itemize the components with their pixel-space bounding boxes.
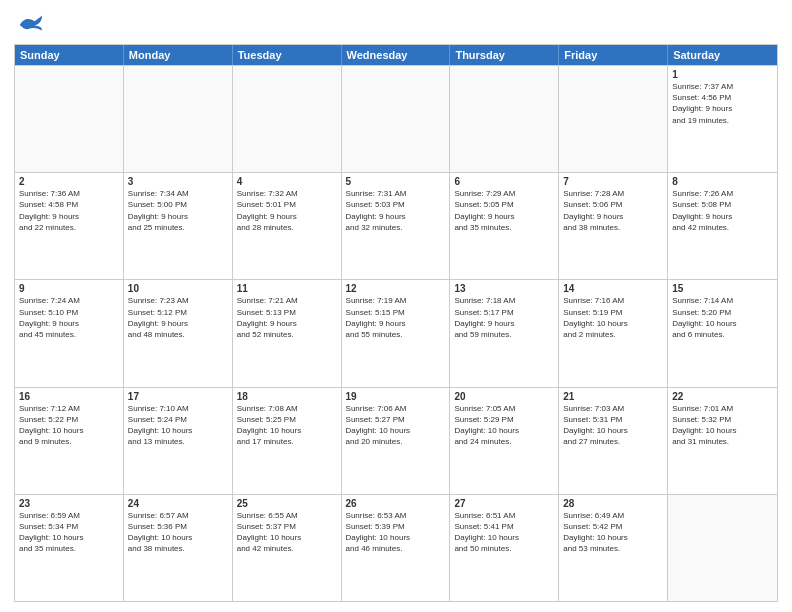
- calendar-header: SundayMondayTuesdayWednesdayThursdayFrid…: [15, 45, 777, 65]
- day-number: 25: [237, 498, 337, 509]
- day-info: Sunrise: 7:16 AM Sunset: 5:19 PM Dayligh…: [563, 295, 663, 340]
- calendar-day-cell: 17Sunrise: 7:10 AM Sunset: 5:24 PM Dayli…: [124, 388, 233, 494]
- day-number: 23: [19, 498, 119, 509]
- calendar-week-row: 9Sunrise: 7:24 AM Sunset: 5:10 PM Daylig…: [15, 279, 777, 386]
- calendar-week-row: 2Sunrise: 7:36 AM Sunset: 4:58 PM Daylig…: [15, 172, 777, 279]
- day-number: 2: [19, 176, 119, 187]
- day-info: Sunrise: 7:21 AM Sunset: 5:13 PM Dayligh…: [237, 295, 337, 340]
- day-info: Sunrise: 7:37 AM Sunset: 4:56 PM Dayligh…: [672, 81, 773, 126]
- calendar-day-cell: 9Sunrise: 7:24 AM Sunset: 5:10 PM Daylig…: [15, 280, 124, 386]
- day-info: Sunrise: 7:24 AM Sunset: 5:10 PM Dayligh…: [19, 295, 119, 340]
- empty-day-cell: [450, 66, 559, 172]
- calendar-day-cell: 2Sunrise: 7:36 AM Sunset: 4:58 PM Daylig…: [15, 173, 124, 279]
- day-info: Sunrise: 7:05 AM Sunset: 5:29 PM Dayligh…: [454, 403, 554, 448]
- day-info: Sunrise: 7:32 AM Sunset: 5:01 PM Dayligh…: [237, 188, 337, 233]
- calendar-day-cell: 10Sunrise: 7:23 AM Sunset: 5:12 PM Dayli…: [124, 280, 233, 386]
- day-info: Sunrise: 7:28 AM Sunset: 5:06 PM Dayligh…: [563, 188, 663, 233]
- day-info: Sunrise: 7:36 AM Sunset: 4:58 PM Dayligh…: [19, 188, 119, 233]
- day-number: 6: [454, 176, 554, 187]
- calendar-day-cell: 21Sunrise: 7:03 AM Sunset: 5:31 PM Dayli…: [559, 388, 668, 494]
- calendar-day-cell: 12Sunrise: 7:19 AM Sunset: 5:15 PM Dayli…: [342, 280, 451, 386]
- day-info: Sunrise: 7:03 AM Sunset: 5:31 PM Dayligh…: [563, 403, 663, 448]
- logo: [14, 10, 44, 38]
- weekday-header: Sunday: [15, 45, 124, 65]
- day-number: 12: [346, 283, 446, 294]
- day-number: 18: [237, 391, 337, 402]
- calendar-day-cell: 20Sunrise: 7:05 AM Sunset: 5:29 PM Dayli…: [450, 388, 559, 494]
- calendar: SundayMondayTuesdayWednesdayThursdayFrid…: [14, 44, 778, 602]
- calendar-day-cell: 8Sunrise: 7:26 AM Sunset: 5:08 PM Daylig…: [668, 173, 777, 279]
- day-number: 27: [454, 498, 554, 509]
- day-info: Sunrise: 7:12 AM Sunset: 5:22 PM Dayligh…: [19, 403, 119, 448]
- day-info: Sunrise: 7:14 AM Sunset: 5:20 PM Dayligh…: [672, 295, 773, 340]
- day-number: 22: [672, 391, 773, 402]
- calendar-day-cell: 27Sunrise: 6:51 AM Sunset: 5:41 PM Dayli…: [450, 495, 559, 601]
- calendar-day-cell: 16Sunrise: 7:12 AM Sunset: 5:22 PM Dayli…: [15, 388, 124, 494]
- empty-day-cell: [342, 66, 451, 172]
- day-info: Sunrise: 6:57 AM Sunset: 5:36 PM Dayligh…: [128, 510, 228, 555]
- calendar-day-cell: 15Sunrise: 7:14 AM Sunset: 5:20 PM Dayli…: [668, 280, 777, 386]
- logo-bird-icon: [16, 10, 44, 38]
- day-number: 14: [563, 283, 663, 294]
- day-number: 7: [563, 176, 663, 187]
- calendar-week-row: 1Sunrise: 7:37 AM Sunset: 4:56 PM Daylig…: [15, 65, 777, 172]
- weekday-header: Tuesday: [233, 45, 342, 65]
- empty-day-cell: [559, 66, 668, 172]
- weekday-header: Wednesday: [342, 45, 451, 65]
- calendar-day-cell: 3Sunrise: 7:34 AM Sunset: 5:00 PM Daylig…: [124, 173, 233, 279]
- calendar-day-cell: 5Sunrise: 7:31 AM Sunset: 5:03 PM Daylig…: [342, 173, 451, 279]
- empty-day-cell: [233, 66, 342, 172]
- header: [14, 10, 778, 38]
- weekday-header: Thursday: [450, 45, 559, 65]
- calendar-day-cell: 22Sunrise: 7:01 AM Sunset: 5:32 PM Dayli…: [668, 388, 777, 494]
- empty-day-cell: [15, 66, 124, 172]
- day-number: 28: [563, 498, 663, 509]
- calendar-day-cell: 1Sunrise: 7:37 AM Sunset: 4:56 PM Daylig…: [668, 66, 777, 172]
- day-number: 9: [19, 283, 119, 294]
- day-info: Sunrise: 7:29 AM Sunset: 5:05 PM Dayligh…: [454, 188, 554, 233]
- day-info: Sunrise: 7:31 AM Sunset: 5:03 PM Dayligh…: [346, 188, 446, 233]
- day-info: Sunrise: 6:51 AM Sunset: 5:41 PM Dayligh…: [454, 510, 554, 555]
- day-info: Sunrise: 6:59 AM Sunset: 5:34 PM Dayligh…: [19, 510, 119, 555]
- day-number: 19: [346, 391, 446, 402]
- day-number: 8: [672, 176, 773, 187]
- calendar-day-cell: 14Sunrise: 7:16 AM Sunset: 5:19 PM Dayli…: [559, 280, 668, 386]
- day-number: 16: [19, 391, 119, 402]
- day-number: 5: [346, 176, 446, 187]
- day-info: Sunrise: 7:19 AM Sunset: 5:15 PM Dayligh…: [346, 295, 446, 340]
- weekday-header: Monday: [124, 45, 233, 65]
- empty-day-cell: [124, 66, 233, 172]
- day-number: 11: [237, 283, 337, 294]
- day-number: 20: [454, 391, 554, 402]
- day-number: 3: [128, 176, 228, 187]
- day-info: Sunrise: 7:18 AM Sunset: 5:17 PM Dayligh…: [454, 295, 554, 340]
- day-info: Sunrise: 7:23 AM Sunset: 5:12 PM Dayligh…: [128, 295, 228, 340]
- weekday-header: Friday: [559, 45, 668, 65]
- calendar-day-cell: 23Sunrise: 6:59 AM Sunset: 5:34 PM Dayli…: [15, 495, 124, 601]
- day-number: 26: [346, 498, 446, 509]
- calendar-day-cell: 6Sunrise: 7:29 AM Sunset: 5:05 PM Daylig…: [450, 173, 559, 279]
- calendar-day-cell: 25Sunrise: 6:55 AM Sunset: 5:37 PM Dayli…: [233, 495, 342, 601]
- day-info: Sunrise: 6:49 AM Sunset: 5:42 PM Dayligh…: [563, 510, 663, 555]
- day-number: 4: [237, 176, 337, 187]
- calendar-day-cell: 7Sunrise: 7:28 AM Sunset: 5:06 PM Daylig…: [559, 173, 668, 279]
- day-number: 1: [672, 69, 773, 80]
- calendar-day-cell: 11Sunrise: 7:21 AM Sunset: 5:13 PM Dayli…: [233, 280, 342, 386]
- day-info: Sunrise: 7:06 AM Sunset: 5:27 PM Dayligh…: [346, 403, 446, 448]
- weekday-header: Saturday: [668, 45, 777, 65]
- day-info: Sunrise: 7:01 AM Sunset: 5:32 PM Dayligh…: [672, 403, 773, 448]
- calendar-body: 1Sunrise: 7:37 AM Sunset: 4:56 PM Daylig…: [15, 65, 777, 601]
- calendar-week-row: 16Sunrise: 7:12 AM Sunset: 5:22 PM Dayli…: [15, 387, 777, 494]
- day-info: Sunrise: 7:26 AM Sunset: 5:08 PM Dayligh…: [672, 188, 773, 233]
- page: SundayMondayTuesdayWednesdayThursdayFrid…: [0, 0, 792, 612]
- day-number: 21: [563, 391, 663, 402]
- calendar-day-cell: 26Sunrise: 6:53 AM Sunset: 5:39 PM Dayli…: [342, 495, 451, 601]
- calendar-day-cell: 4Sunrise: 7:32 AM Sunset: 5:01 PM Daylig…: [233, 173, 342, 279]
- day-info: Sunrise: 7:08 AM Sunset: 5:25 PM Dayligh…: [237, 403, 337, 448]
- calendar-day-cell: 18Sunrise: 7:08 AM Sunset: 5:25 PM Dayli…: [233, 388, 342, 494]
- day-number: 15: [672, 283, 773, 294]
- day-info: Sunrise: 6:53 AM Sunset: 5:39 PM Dayligh…: [346, 510, 446, 555]
- day-number: 17: [128, 391, 228, 402]
- calendar-day-cell: 28Sunrise: 6:49 AM Sunset: 5:42 PM Dayli…: [559, 495, 668, 601]
- day-info: Sunrise: 7:10 AM Sunset: 5:24 PM Dayligh…: [128, 403, 228, 448]
